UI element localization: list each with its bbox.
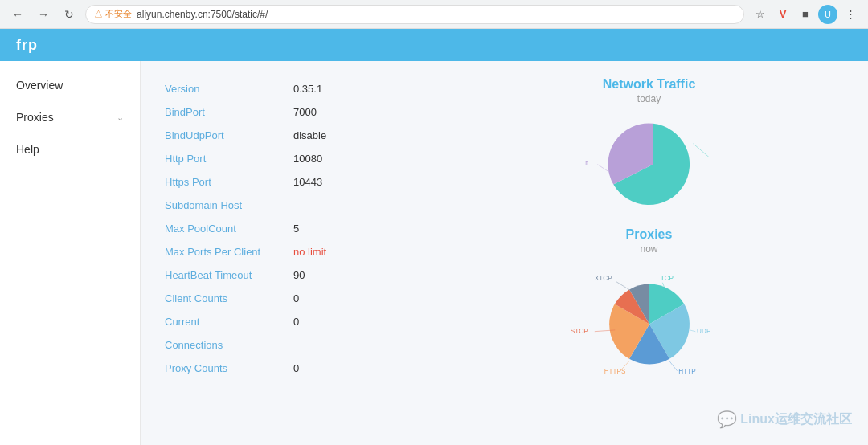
info-row: Max Ports Per Clientno limit [165,240,422,263]
info-row: Subdomain Host [165,194,422,217]
browser-chrome: ← → ↻ △ 不安全 aliyun.chenby.cn:7500/static… [0,0,868,29]
app-header: frp [0,29,868,61]
svg-text:HTTPS: HTTPS [604,368,625,375]
info-row-value: 0 [293,316,299,328]
content-area: Version0.35.1BindPort7000BindUdpPortdisa… [141,61,868,445]
forward-button[interactable]: → [34,5,53,24]
svg-line-15 [616,282,629,290]
info-row-value: no limit [293,246,326,258]
proxies-chart: Proxies now [537,227,762,382]
info-row-label: Subdomain Host [165,199,293,211]
sidebar-item-help[interactable]: Help [0,133,140,165]
info-row-value: 10080 [293,153,322,165]
info-row: HeartBeat Timeout90 [165,263,422,287]
svg-line-9 [669,361,677,371]
info-row: Version0.35.1 [165,77,422,100]
proxies-pie: TCP UDP HTTP HTTPS STCP XTCP [569,263,730,382]
extensions-icon[interactable]: ■ [796,5,815,24]
svg-text:TCP: TCP [660,275,674,282]
network-traffic-subtitle: today [537,93,762,104]
info-row-label: Client Counts [165,292,293,304]
security-warning: △ 不安全 [94,8,132,20]
info-row-label: Proxy Counts [165,362,293,374]
address-bar[interactable]: △ 不安全 aliyun.chenby.cn:7500/static/#/ [85,5,744,24]
chevron-down-icon: ⌄ [117,112,124,123]
proxies-title: Proxies [537,227,762,242]
sidebar-item-proxies[interactable]: Proxies ⌄ [0,101,140,133]
info-row-value: disable [293,129,326,141]
profile-icon[interactable]: U [818,5,837,24]
info-row: BindUdpPortdisable [165,124,422,147]
svg-text:XTCP: XTCP [594,275,612,282]
back-button[interactable]: ← [8,5,27,24]
refresh-button[interactable]: ↻ [59,5,79,24]
info-row: Client Counts0 [165,287,422,310]
bookmark-icon[interactable]: ☆ [751,5,770,24]
info-row-label: Max Ports Per Client [165,246,293,258]
charts-area: Network Traffic today Traffic Out Traffi… [454,77,844,429]
info-table: Version0.35.1BindPort7000BindUdpPortdisa… [165,77,422,429]
vivaldi-icon[interactable]: V [773,5,792,24]
info-row-label: Http Port [165,153,293,165]
info-row-label: BindPort [165,106,293,118]
info-row-value: 5 [293,222,299,235]
info-row-label: Connections [165,339,293,351]
main-layout: Overview Proxies ⌄ Help Version0.35.1Bin… [0,61,868,445]
sidebar-help-label: Help [16,143,39,156]
network-traffic-chart: Network Traffic today Traffic Out Traffi… [537,77,762,211]
svg-line-3 [693,144,708,157]
info-row: Max PoolCount5 [165,217,422,240]
sidebar: Overview Proxies ⌄ Help [0,61,141,445]
info-row-value: 0.35.1 [293,83,322,95]
svg-text:STCP: STCP [570,328,588,335]
menu-icon[interactable]: ⋮ [841,5,860,24]
info-row-label: Https Port [165,176,293,188]
sidebar-proxies-label: Proxies [16,111,54,124]
sidebar-overview-label: Overview [16,79,63,92]
info-row-value: 90 [293,269,305,281]
app-title: frp [16,37,38,54]
info-row-label: Current [165,316,293,328]
info-row: Connections [165,333,422,357]
svg-text:Traffic Out: Traffic Out [585,159,588,167]
info-row: Http Port10080 [165,147,422,170]
info-row: Current0 [165,310,422,333]
info-row-label: Version [165,83,293,95]
network-traffic-pie: Traffic Out Traffic In [585,112,714,211]
svg-line-7 [690,330,695,332]
info-row-value: 0 [293,292,299,304]
info-row-label: HeartBeat Timeout [165,269,293,281]
info-row: Proxy Counts0 [165,357,422,380]
info-row-value: 10443 [293,176,322,188]
info-row: BindPort7000 [165,100,422,124]
network-traffic-title: Network Traffic [537,77,762,92]
info-row-value: 7000 [293,106,317,118]
browser-toolbar: ☆ V ■ U ⋮ [751,5,860,24]
sidebar-item-overview[interactable]: Overview [0,69,140,101]
proxies-subtitle: now [537,243,762,255]
info-row-label: Max PoolCount [165,222,293,235]
info-row-label: BindUdpPort [165,129,293,141]
svg-text:UDP: UDP [697,328,711,335]
info-row: Https Port10443 [165,170,422,194]
svg-text:HTTP: HTTP [678,368,696,375]
info-row-value: 0 [293,362,299,374]
url-text: aliyun.chenby.cn:7500/static/#/ [137,9,268,20]
